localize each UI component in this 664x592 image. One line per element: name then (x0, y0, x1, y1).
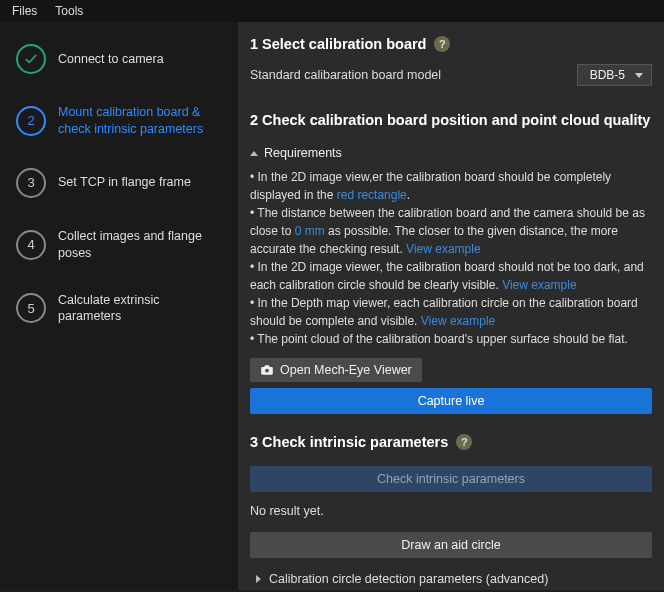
camera-icon (260, 363, 274, 377)
step-calc-extrinsic[interactable]: 5 Calculate extrinsic parameters (16, 292, 226, 326)
chevron-down-icon (635, 73, 643, 78)
view-example-link[interactable]: View example (421, 314, 495, 328)
help-icon[interactable]: ? (456, 434, 472, 450)
step-label: Mount calibration board & check intrinsi… (58, 104, 226, 138)
step-number: 4 (16, 230, 46, 260)
chevron-up-icon (250, 151, 258, 156)
button-label: Capture live (418, 394, 485, 408)
capture-live-button[interactable]: Capture live (250, 388, 652, 414)
chevron-right-icon (256, 575, 261, 583)
step-label: Connect to camera (58, 51, 164, 68)
main-content: 1 Select calibration board ? Standard ca… (238, 22, 664, 590)
section-2-title: 2 Check calibration board position and p… (238, 98, 664, 138)
expander-label: Requirements (264, 146, 342, 160)
advanced-params-expander[interactable]: Calibration circle detection parameters … (238, 564, 664, 590)
section-3-title: 3 Check intrinsic parameters ? (238, 420, 664, 460)
step-set-tcp[interactable]: 3 Set TCP in flange frame (16, 168, 226, 198)
step-number: 5 (16, 293, 46, 323)
check-icon (16, 44, 46, 74)
section-1-title: 1 Select calibration board ? (238, 22, 664, 62)
menu-files[interactable]: Files (12, 4, 37, 18)
red-rectangle-link[interactable]: red rectangle (337, 188, 407, 202)
menu-tools[interactable]: Tools (55, 4, 83, 18)
button-label: Draw an aid circle (401, 538, 500, 552)
step-number: 3 (16, 168, 46, 198)
step-label: Set TCP in flange frame (58, 174, 191, 191)
open-mech-eye-viewer-button[interactable]: Open Mech-Eye Viewer (250, 358, 422, 382)
view-example-link[interactable]: View example (406, 242, 480, 256)
req-text: . (407, 188, 410, 202)
button-label: Open Mech-Eye Viewer (280, 363, 412, 377)
intrinsic-result-text: No result yet. (238, 498, 664, 526)
step-collect-images[interactable]: 4 Collect images and flange poses (16, 228, 226, 262)
expander-label: Calibration circle detection parameters … (269, 572, 548, 586)
view-example-link[interactable]: View example (502, 278, 576, 292)
section-title-text: 2 Check calibration board position and p… (250, 112, 650, 128)
step-mount-board[interactable]: 2 Mount calibration board & check intrin… (16, 104, 226, 138)
board-model-dropdown[interactable]: BDB-5 (577, 64, 652, 86)
req-text: • The point cloud of the calibration boa… (250, 330, 652, 348)
dropdown-value: BDB-5 (590, 68, 625, 82)
step-connect-camera[interactable]: Connect to camera (16, 44, 226, 74)
draw-aid-circle-button[interactable]: Draw an aid circle (250, 532, 652, 558)
check-intrinsic-button[interactable]: Check intrinsic parameters (250, 466, 652, 492)
step-number: 2 (16, 106, 46, 136)
section-title-text: 1 Select calibration board (250, 36, 426, 52)
svg-point-0 (265, 369, 269, 373)
step-label: Collect images and flange poses (58, 228, 226, 262)
menu-bar: Files Tools (0, 0, 664, 22)
requirements-expander[interactable]: Requirements (238, 138, 664, 168)
step-sidebar: Connect to camera 2 Mount calibration bo… (0, 22, 238, 590)
requirements-body: • In the 2D image view,er the calibratio… (238, 168, 664, 358)
req-text: • In the 2D image view,er the calibratio… (250, 170, 611, 202)
req-text: • In the 2D image viewer, the calibratio… (250, 260, 644, 292)
button-label: Check intrinsic parameters (377, 472, 525, 486)
help-icon[interactable]: ? (434, 36, 450, 52)
step-label: Calculate extrinsic parameters (58, 292, 226, 326)
distance-value-link[interactable]: 0 mm (295, 224, 325, 238)
board-model-label: Standard calibaration board model (250, 68, 441, 82)
section-title-text: 3 Check intrinsic parameters (250, 434, 448, 450)
